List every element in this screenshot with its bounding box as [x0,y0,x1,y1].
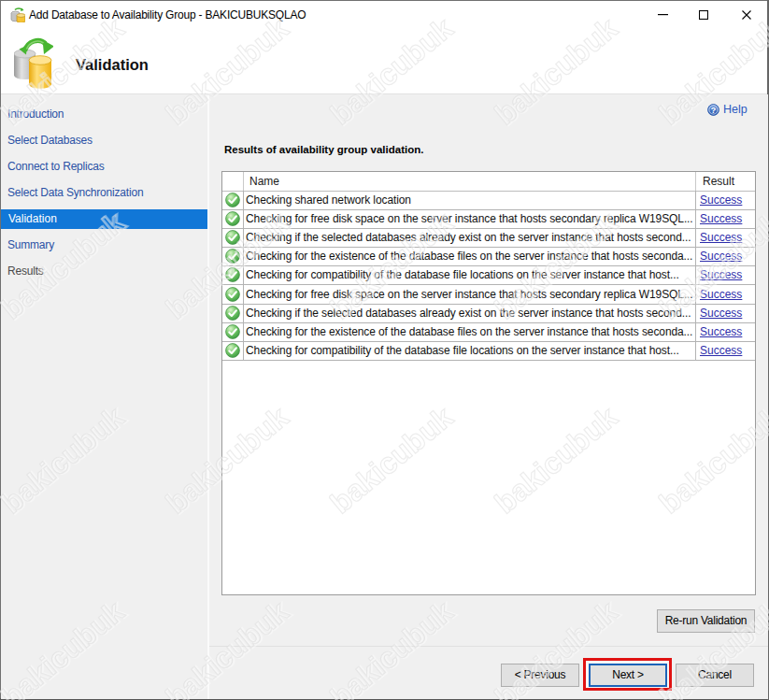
svg-text:?: ? [711,106,716,115]
